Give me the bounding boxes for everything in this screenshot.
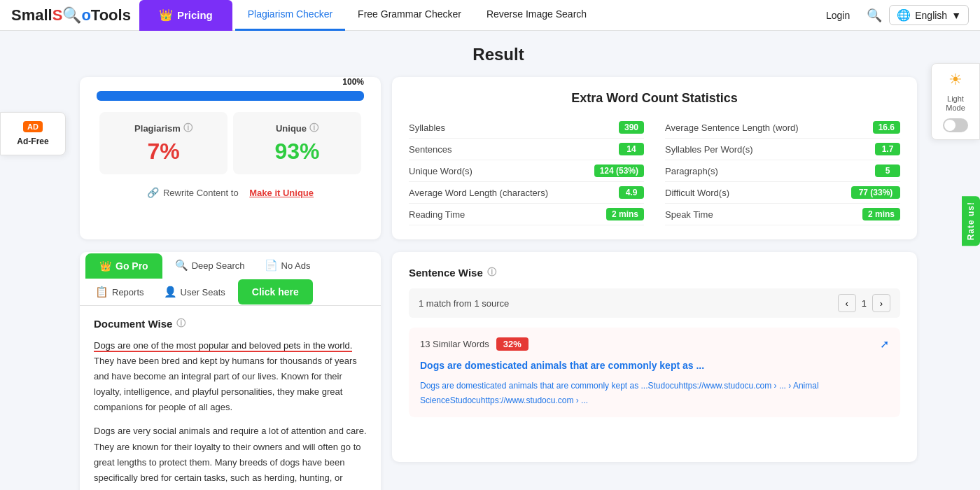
- stat-row: Sentences 14: [409, 139, 644, 160]
- progress-label: 100%: [342, 77, 364, 87]
- light-mode-toggle[interactable]: [943, 118, 968, 132]
- stats-title: Extra Word Count Statistics: [409, 91, 900, 106]
- crown2-icon: 👑: [99, 260, 111, 272]
- go-pro-tabs-container: 👑 Go Pro 🔍 Deep Search 📄 No Ads 📋 Report…: [80, 252, 381, 490]
- sentence-wise-title: Sentence Wise ⓘ: [409, 266, 900, 279]
- document-wise-container: Document Wise ⓘ Dogs are one of the most…: [80, 306, 381, 490]
- similar-source: Dogs are domesticated animals that are c…: [420, 379, 889, 407]
- crown-icon: 👑: [159, 8, 173, 22]
- rewrite-link: 🔗 Rewrite Content to Make it Unique: [97, 187, 364, 198]
- nav-reverse[interactable]: Reverse Image Search: [474, 0, 599, 31]
- stat-row: Difficult Word(s) 77 (33%): [665, 182, 900, 204]
- no-ads-icon: 📄: [265, 259, 278, 272]
- chevron-down-icon: ▼: [951, 10, 961, 21]
- unique-label: Unique ⓘ: [240, 122, 354, 134]
- sw-prev-button[interactable]: ‹: [838, 294, 856, 312]
- similar-block: 13 Similar Words 32% ➚ Dogs are domestic…: [409, 328, 900, 417]
- tab-deep-search[interactable]: 🔍 Deep Search: [165, 252, 255, 279]
- globe-icon: 🌐: [897, 8, 911, 22]
- tab-reports[interactable]: 📋 Reports: [85, 279, 154, 305]
- doc-wise-info-icon[interactable]: ⓘ: [176, 317, 186, 330]
- logo[interactable]: SmallS🔍oTools: [11, 6, 131, 24]
- plagiarism-value: 7%: [106, 139, 220, 164]
- nav-plagiarism[interactable]: Plagiarism Checker: [235, 0, 345, 31]
- stat-row: Paragraph(s) 5: [665, 160, 900, 182]
- unique-value: 93%: [240, 139, 354, 164]
- main-content: Result 100% Plagiarism ⓘ 7%: [66, 31, 931, 490]
- light-mode-label: LightMode: [946, 94, 965, 113]
- go-pro-button[interactable]: 👑 Go Pro: [85, 253, 162, 279]
- sw-nav: ‹ 1 ›: [838, 294, 890, 312]
- reports-icon: 📋: [95, 286, 108, 298]
- stat-row: Syllables 390: [409, 117, 644, 139]
- stats-grid: Syllables 390 Sentences 14 Unique Word(s…: [409, 117, 900, 225]
- result-title: Result: [80, 45, 917, 64]
- nav-grammar[interactable]: Free Grammar Checker: [345, 0, 474, 31]
- similar-words-label: 13 Similar Words: [420, 339, 489, 349]
- percent-badge: 32%: [496, 337, 528, 351]
- ad-free-sidebar: AD Ad-Free: [0, 112, 66, 155]
- stat-row: Syllables Per Word(s) 1.7: [665, 139, 900, 160]
- similar-words-row: 13 Similar Words 32% ➚: [420, 337, 889, 351]
- sw-page-number: 1: [862, 298, 867, 309]
- highlighted-text: Dogs are one of the most popular and bel…: [94, 340, 352, 352]
- unique-score-box: Unique ⓘ 93%: [233, 112, 361, 174]
- login-link[interactable]: Login: [816, 10, 860, 21]
- sw-info-icon[interactable]: ⓘ: [487, 266, 496, 279]
- sw-match-text: 1 match from 1 source: [419, 298, 509, 309]
- stats-card: Extra Word Count Statistics Syllables 39…: [392, 77, 917, 239]
- plagiarism-score-box: Plagiarism ⓘ 7%: [99, 112, 227, 174]
- document-text: Dogs are one of the most popular and bel…: [94, 338, 367, 490]
- ad-free-label: Ad-Free: [17, 136, 48, 146]
- stats-left-col: Syllables 390 Sentences 14 Unique Word(s…: [409, 117, 644, 225]
- paragraph1-rest: They have been bred and kept by humans f…: [94, 356, 357, 412]
- document-wise-title: Document Wise ⓘ: [94, 317, 367, 330]
- unique-info-icon[interactable]: ⓘ: [309, 122, 318, 134]
- rate-us-button[interactable]: Rate us!: [962, 196, 980, 246]
- go-pro-section: 👑 Go Pro 🔍 Deep Search 📄 No Ads 📋 Report…: [80, 252, 917, 490]
- progress-bar-fill: [97, 91, 364, 101]
- stat-row: Unique Word(s) 124 (53%): [409, 160, 644, 182]
- search-icon: 🔍: [175, 259, 188, 272]
- go-pro-left: 👑 Go Pro 🔍 Deep Search 📄 No Ads 📋 Report…: [80, 252, 381, 490]
- sun-icon: ☀: [948, 71, 962, 89]
- stats-right-col: Average Sentence Length (word) 16.6 Syll…: [665, 117, 900, 225]
- nav-links: Plagiarism Checker Free Grammar Checker …: [235, 0, 599, 31]
- progress-bar-container: 100%: [97, 91, 364, 101]
- link-icon: 🔗: [147, 187, 159, 198]
- sw-next-button[interactable]: ›: [872, 294, 890, 312]
- plagiarism-label: Plagiarism ⓘ: [106, 122, 220, 134]
- pricing-button[interactable]: 👑 Pricing: [139, 0, 232, 31]
- plagiarism-info-icon[interactable]: ⓘ: [183, 122, 192, 134]
- stat-row: Speak Time 2 mins: [665, 204, 900, 225]
- navbar: SmallS🔍oTools 👑 Pricing Plagiarism Check…: [0, 0, 980, 31]
- sw-match-bar: 1 match from 1 source ‹ 1 ›: [409, 288, 900, 318]
- stat-row: Average Word Length (characters) 4.9: [409, 182, 644, 204]
- paragraph2: Dogs are very social animals and require…: [94, 424, 367, 490]
- search-icon[interactable]: 🔍: [860, 8, 889, 23]
- make-unique-link[interactable]: Make it Unique: [249, 188, 314, 198]
- language-selector[interactable]: 🌐 English ▼: [889, 5, 969, 25]
- progress-bar-bg: [97, 91, 364, 101]
- go-pro-tab-bar: 👑 Go Pro 🔍 Deep Search 📄 No Ads 📋 Report…: [80, 252, 381, 306]
- user-icon: 👤: [164, 286, 177, 298]
- top-cards: 100% Plagiarism ⓘ 7% Unique ⓘ: [80, 77, 917, 239]
- click-here-button[interactable]: Click here: [238, 279, 313, 304]
- similar-highlight-text: Dogs are domesticated animals that are c…: [420, 358, 889, 373]
- stat-row: Average Sentence Length (word) 16.6: [665, 117, 900, 139]
- scores-row: Plagiarism ⓘ 7% Unique ⓘ 93%: [97, 112, 364, 174]
- tab-no-ads[interactable]: 📄 No Ads: [255, 252, 321, 279]
- sentence-wise-card: Sentence Wise ⓘ 1 match from 1 source ‹ …: [392, 252, 917, 462]
- plagiarism-card: 100% Plagiarism ⓘ 7% Unique ⓘ: [80, 77, 381, 239]
- ad-badge: AD: [23, 121, 43, 132]
- external-link-icon[interactable]: ➚: [880, 337, 889, 351]
- tab-user-seats[interactable]: 👤 User Seats: [154, 279, 235, 305]
- light-mode-sidebar: ☀ LightMode: [931, 63, 980, 140]
- stat-row: Reading Time 2 mins: [409, 204, 644, 225]
